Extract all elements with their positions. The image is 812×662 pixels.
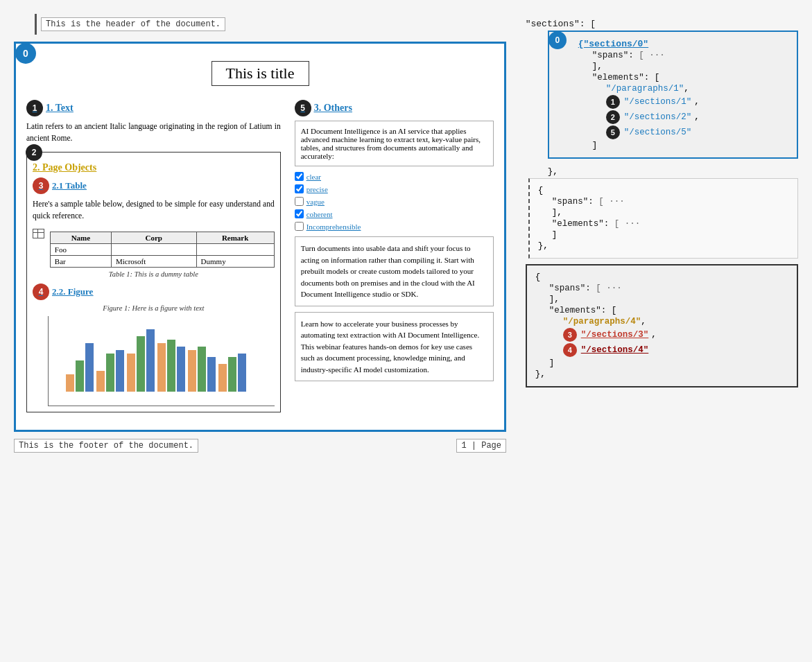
page-number: 1 | Page [456, 439, 506, 453]
json-badge-0: 0 [548, 31, 567, 49]
json-path-sections2: 2 "/sections/2", [578, 110, 788, 124]
table-caption: Table 1: This is a dummy table [33, 270, 275, 278]
checkbox-vague-input[interactable] [295, 197, 304, 206]
bar [177, 347, 185, 392]
badge-inline-5: 5 [606, 125, 620, 139]
checkbox-incomprehensible: Incomprehensible [295, 222, 494, 231]
checkbox-clear: clear [295, 172, 494, 181]
section-5: 5 3. Others [295, 100, 494, 116]
bar-group [157, 340, 185, 392]
others-body2-block: Learn how to accelerate your business pr… [295, 312, 494, 382]
figure-caption: Figure 1: Here is a figure with text [33, 304, 275, 312]
document-panel: This is the header of the document. 0 Th… [14, 14, 512, 453]
section-2-1-para: Here's a sample table below, designed to… [33, 198, 275, 223]
json-top-label: "sections": [ [526, 19, 798, 29]
others-body1-block: Turn documents into usable data and shif… [295, 236, 494, 306]
left-column: 1 1. Text Latin refers to an ancient Ita… [26, 100, 281, 419]
section-1-heading: 1 1. Text [26, 100, 281, 116]
checkbox-precise-label: precise [306, 185, 328, 193]
checkbox-precise-input[interactable] [295, 184, 304, 193]
json-path-paragraphs1: "/paragraphs/1", [578, 84, 788, 94]
col-corp: Corp [111, 232, 196, 244]
checkbox-coherent-input[interactable] [295, 209, 304, 218]
json-path-sections5: 5 "/sections/5" [578, 125, 788, 139]
bar-group [188, 347, 216, 392]
checkbox-incomprehensible-input[interactable] [295, 222, 304, 231]
col-name: Name [50, 232, 111, 244]
json-elements-label: "elements": [ [578, 73, 788, 82]
badge-inline-1: 1 [606, 95, 620, 109]
checkbox-clear-input[interactable] [295, 172, 304, 181]
bar [157, 343, 166, 392]
others-body2: Learn how to accelerate your business pr… [301, 318, 487, 376]
section-2: 2 2. Page Objects 3 2.1 Table Here's a s… [26, 152, 281, 413]
badge-5: 5 [295, 100, 311, 116]
json-path-sections3: 3 "/sections/3", [535, 328, 788, 342]
checkbox-incomprehensible-label: Incomprehensible [306, 223, 361, 231]
bar [76, 360, 84, 392]
bar [66, 374, 74, 392]
checkbox-list: clear precise vague coherent [295, 172, 494, 231]
badge-inline-4: 4 [563, 343, 577, 357]
badge-3: 3 [33, 177, 49, 194]
json-section-0-block: 0 {"sections/0" "spans": [ ··· ], "eleme… [548, 31, 798, 159]
bar [228, 357, 236, 392]
badge-inline-2: 2 [606, 110, 620, 124]
json-path-sections1: 1 "/sections/1", [578, 95, 788, 109]
bar [218, 364, 227, 392]
right-column: 5 3. Others AI Document Intelligence is … [295, 100, 494, 419]
json-middle-block: { "spans": [ ··· ], "elements": [ ··· ] … [528, 178, 798, 259]
json-elements-close: ] [578, 141, 788, 150]
badge-4: 4 [33, 284, 49, 300]
bar [198, 347, 206, 392]
document-title: This is title [211, 61, 309, 86]
checkbox-vague-label: vague [306, 198, 325, 206]
table-row: Foo [50, 244, 274, 256]
checkbox-clear-label: clear [306, 173, 321, 181]
document-header: This is the header of the document. [41, 17, 225, 31]
table-icon [33, 229, 44, 238]
bar-group [218, 354, 246, 392]
bar [85, 343, 94, 392]
json-path-sections4: 4 "/sections/4" [535, 343, 788, 357]
others-intro-block: AI Document Intelligence is an AI servic… [295, 121, 494, 166]
bar [137, 336, 145, 392]
section-1: 1 1. Text Latin refers to an ancient Ita… [26, 100, 281, 145]
checkbox-precise: precise [295, 184, 494, 193]
bar-chart [48, 316, 275, 406]
col-remark: Remark [196, 232, 274, 244]
bar [96, 371, 105, 392]
json-spans-line: "spans": [ ··· [578, 51, 788, 60]
document-frame: 0 This is title 1 1. Text Latin refers t… [14, 42, 506, 432]
checkbox-coherent-label: coherent [306, 210, 333, 218]
section-2-1-heading: 3 2.1 Table [33, 177, 275, 194]
subsection-2-2: 4 2.2. Figure Figure 1: Here is a figure… [33, 284, 275, 406]
bar-group [96, 350, 124, 392]
subsection-2-1: 3 2.1 Table Here's a sample table below,… [33, 177, 275, 279]
table-row: Bar Microsoft Dummy [50, 256, 274, 268]
document-footer: This is the footer of the document. [14, 439, 198, 453]
bar-group [66, 343, 94, 392]
bar [116, 350, 124, 392]
bar [127, 354, 135, 392]
json-bottom-block: { "spans": [ ··· ], "elements": [ "/para… [526, 264, 798, 387]
bar [167, 340, 175, 392]
bar [207, 357, 216, 392]
json-section-0-link: {"sections/0" [578, 39, 788, 49]
badge-inline-3: 3 [563, 328, 577, 342]
badge-2: 2 [26, 144, 42, 161]
checkbox-coherent: coherent [295, 209, 494, 218]
header-bar-accent [35, 14, 37, 35]
json-close-0: }, [526, 167, 798, 177]
bar-group [127, 329, 155, 392]
badge-1: 1 [26, 100, 43, 116]
section-2-heading: 2. Page Objects [33, 162, 275, 173]
bar [146, 329, 155, 392]
bar [106, 354, 114, 392]
bar [238, 354, 246, 392]
bar [188, 350, 196, 392]
json-path-paragraphs4: "/paragraphs/4", [535, 317, 788, 326]
data-table: Name Corp Remark Foo [50, 232, 275, 268]
footer-area: This is the footer of the document. 1 | … [14, 439, 506, 453]
section-0-badge: 0 [15, 43, 36, 64]
